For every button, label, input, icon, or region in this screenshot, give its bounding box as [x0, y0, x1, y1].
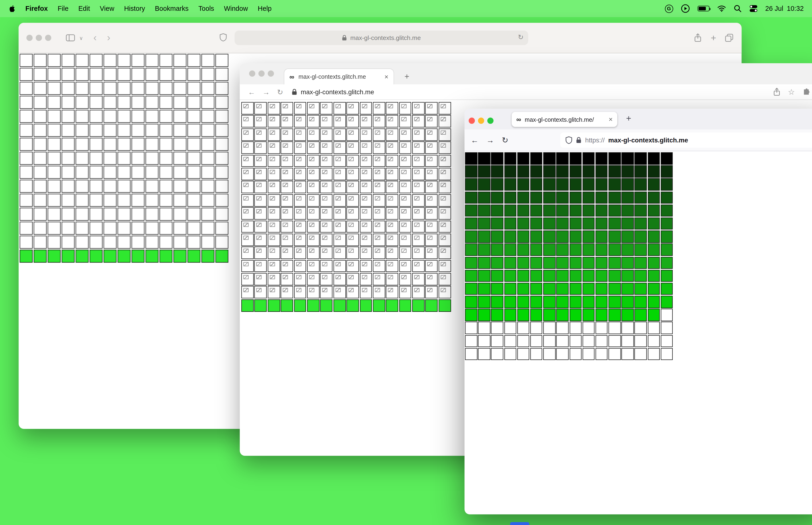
wifi-icon[interactable]	[717, 5, 726, 12]
canvas-cell	[399, 207, 411, 220]
canvas-cell	[622, 165, 634, 178]
menu-item-window[interactable]: Window	[224, 5, 248, 13]
canvas-cell	[76, 96, 89, 109]
menu-app-name[interactable]: Firefox	[25, 5, 48, 13]
canvas-cell	[255, 115, 267, 127]
broken-image-icon	[349, 183, 354, 187]
canvas-cell	[609, 192, 621, 204]
traffic-zoom-button[interactable]	[268, 71, 274, 77]
grammarly-icon[interactable]: G	[665, 4, 673, 13]
share-icon[interactable]	[694, 33, 702, 43]
broken-image-icon	[349, 236, 354, 240]
apple-icon[interactable]	[8, 4, 16, 13]
canvas-cell	[543, 152, 555, 165]
new-tab-button[interactable]: +	[626, 114, 631, 123]
traffic-minimize-button[interactable]	[478, 118, 484, 124]
canvas-cell	[20, 124, 33, 137]
canvas-cell	[373, 115, 385, 127]
canvas-cell	[255, 247, 267, 259]
tab-close-icon[interactable]: ×	[609, 116, 613, 123]
new-tab-button[interactable]: +	[711, 33, 716, 43]
canvas-cell	[281, 260, 293, 272]
canvas-cell	[491, 257, 503, 269]
broken-image-icon	[388, 223, 393, 227]
canvas-cell	[609, 335, 621, 347]
tab-overview-icon[interactable]	[725, 34, 733, 42]
broken-image-icon	[322, 183, 327, 187]
reload-button[interactable]: ↻	[277, 88, 283, 96]
extensions-icon[interactable]	[802, 88, 810, 96]
canvas-cell	[634, 257, 647, 269]
canvas-cell	[159, 250, 173, 263]
search-icon[interactable]	[734, 5, 741, 13]
canvas-cell	[569, 192, 582, 204]
url-field[interactable]: max-gl-contexts.glitch.me ↻	[234, 31, 528, 45]
chevron-down-icon[interactable]: ∨	[79, 35, 83, 41]
reload-button[interactable]: ↻	[502, 135, 508, 145]
canvas-cell	[543, 270, 555, 282]
menu-item-history[interactable]: History	[124, 5, 145, 13]
menu-item-file[interactable]: File	[58, 5, 68, 13]
traffic-zoom-button[interactable]	[45, 35, 51, 41]
tracking-shield-icon[interactable]	[566, 136, 572, 144]
canvas-cell	[145, 222, 158, 235]
canvas-cell	[386, 168, 398, 180]
back-button[interactable]: ‹	[93, 32, 96, 44]
canvas-cell	[173, 110, 186, 123]
menu-item-tools[interactable]: Tools	[198, 5, 214, 13]
menu-item-edit[interactable]: Edit	[78, 5, 90, 13]
privacy-shield-icon[interactable]	[220, 33, 227, 41]
canvas-cell	[622, 217, 634, 230]
url-field[interactable]: https:// max-gl-contexts.glitch.me	[561, 133, 812, 148]
canvas-cell	[320, 207, 333, 220]
tab-close-icon[interactable]: ×	[384, 73, 388, 80]
new-tab-button[interactable]: +	[404, 73, 409, 81]
control-center-icon[interactable]	[749, 5, 757, 13]
menu-item-help[interactable]: Help	[258, 5, 272, 13]
traffic-minimize-button[interactable]	[36, 35, 42, 41]
canvas-cell	[62, 180, 75, 193]
forward-button[interactable]: →	[262, 88, 270, 96]
canvas-cell	[595, 165, 608, 178]
broken-image-icon	[349, 288, 354, 292]
back-button[interactable]: ←	[471, 136, 479, 144]
canvas-cell	[320, 181, 333, 193]
battery-fill	[699, 7, 706, 10]
battery-icon[interactable]	[698, 6, 709, 11]
share-icon[interactable]	[773, 87, 780, 96]
url-text[interactable]: max-gl-contexts.glitch.me	[301, 88, 374, 96]
canvas-cell	[595, 244, 608, 256]
canvas-cell	[517, 230, 530, 243]
traffic-close-button[interactable]	[469, 118, 475, 124]
traffic-zoom-button[interactable]	[487, 118, 493, 124]
menu-item-view[interactable]: View	[100, 5, 114, 13]
canvas-cell	[294, 299, 306, 312]
canvas-cell	[412, 221, 425, 232]
traffic-minimize-button[interactable]	[258, 71, 264, 77]
reload-icon[interactable]: ↻	[518, 33, 523, 41]
dock-item-peek[interactable]	[510, 522, 530, 525]
broken-image-icon	[296, 170, 301, 174]
canvas-cell	[201, 236, 215, 249]
browser-tab[interactable]: ∞ max-gl-contexts.glitch.me ×	[284, 69, 394, 84]
canvas-cell	[634, 270, 647, 282]
back-button[interactable]: ←	[248, 88, 256, 96]
canvas-cell	[647, 230, 660, 243]
traffic-close-button[interactable]	[26, 35, 32, 41]
menu-clock[interactable]: 26 Jul 10:32	[765, 5, 804, 13]
canvas-cell	[582, 309, 595, 321]
forward-button[interactable]: ›	[107, 32, 110, 44]
canvas-cell	[294, 221, 306, 232]
broken-image-icon	[322, 144, 327, 148]
sidebar-icon[interactable]	[66, 34, 75, 41]
menu-item-bookmarks[interactable]: Bookmarks	[155, 5, 188, 13]
browser-tab[interactable]: ∞ max-gl-contexts.glitch.me/ ×	[512, 112, 617, 127]
forward-button[interactable]: →	[486, 136, 494, 144]
lock-icon[interactable]	[576, 137, 582, 144]
traffic-close-button[interactable]	[249, 71, 255, 77]
broken-image-icon	[283, 117, 288, 121]
canvas-cell	[132, 138, 145, 151]
canvas-cell	[267, 299, 280, 312]
bookmark-star-icon[interactable]: ☆	[788, 87, 795, 96]
play-status-icon[interactable]	[681, 4, 690, 13]
